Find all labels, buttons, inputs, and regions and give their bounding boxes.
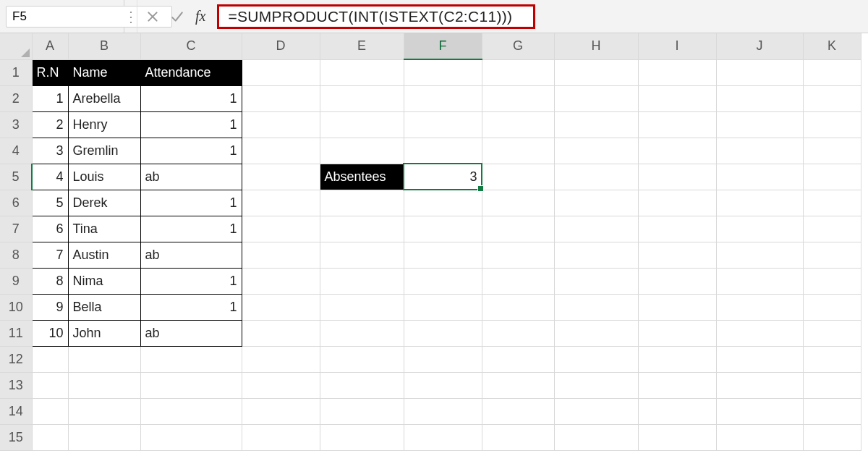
cell[interactable] (554, 372, 638, 398)
cell[interactable] (320, 59, 404, 85)
row-header[interactable]: 10 (0, 294, 32, 320)
cell[interactable] (554, 268, 638, 294)
cell[interactable] (554, 138, 638, 164)
cell[interactable]: John (68, 320, 140, 346)
cell[interactable]: 7 (32, 242, 68, 268)
cell[interactable] (803, 138, 861, 164)
cell[interactable] (482, 138, 554, 164)
active-cell[interactable]: 3 (404, 164, 482, 190)
cell[interactable] (803, 294, 861, 320)
cell[interactable] (638, 320, 716, 346)
row-header[interactable]: 4 (0, 138, 32, 164)
cell[interactable] (716, 164, 803, 190)
cell[interactable] (803, 59, 861, 85)
col-header[interactable]: F (404, 33, 482, 59)
cell[interactable] (554, 190, 638, 216)
cell[interactable] (404, 216, 482, 242)
cell[interactable] (320, 346, 404, 372)
cell[interactable] (32, 346, 68, 372)
formula-input[interactable]: =SUMPRODUCT(INT(ISTEXT(C2:C11))) (217, 4, 535, 29)
cell[interactable] (482, 372, 554, 398)
cell[interactable] (140, 372, 242, 398)
cell[interactable]: 1 (140, 268, 242, 294)
cell[interactable] (32, 398, 68, 424)
cell[interactable] (554, 346, 638, 372)
cell[interactable] (242, 59, 320, 85)
cell[interactable] (482, 294, 554, 320)
cell[interactable] (140, 398, 242, 424)
cell[interactable] (242, 85, 320, 111)
cell[interactable] (716, 216, 803, 242)
cell[interactable] (404, 59, 482, 85)
cell[interactable] (482, 242, 554, 268)
cell[interactable]: R.N (32, 59, 68, 85)
cell[interactable] (242, 242, 320, 268)
cell[interactable] (404, 268, 482, 294)
cell[interactable] (716, 111, 803, 138)
row-header[interactable]: 8 (0, 242, 32, 268)
cell[interactable] (404, 294, 482, 320)
cell[interactable] (320, 398, 404, 424)
cell[interactable]: 1 (140, 111, 242, 138)
cell[interactable] (803, 268, 861, 294)
cell[interactable]: 9 (32, 294, 68, 320)
cell[interactable] (716, 320, 803, 346)
enter-check-icon[interactable] (169, 9, 185, 25)
cell[interactable] (242, 372, 320, 398)
cell[interactable] (716, 85, 803, 111)
col-header[interactable]: E (320, 33, 404, 59)
fx-icon[interactable]: fx (195, 8, 205, 25)
cell[interactable] (404, 138, 482, 164)
cell[interactable] (554, 242, 638, 268)
col-header[interactable]: H (554, 33, 638, 59)
cell[interactable] (638, 268, 716, 294)
cell[interactable]: 4 (32, 164, 68, 190)
cell[interactable] (320, 138, 404, 164)
cell[interactable] (638, 372, 716, 398)
cell[interactable] (638, 85, 716, 111)
row-header[interactable]: 5 (0, 164, 32, 190)
cell[interactable] (716, 59, 803, 85)
cell[interactable]: 3 (32, 138, 68, 164)
cell[interactable] (554, 320, 638, 346)
cell[interactable] (803, 320, 861, 346)
row-header[interactable]: 2 (0, 85, 32, 111)
cell[interactable]: 2 (32, 111, 68, 138)
col-header[interactable]: J (716, 33, 803, 59)
cell[interactable] (404, 372, 482, 398)
cell[interactable] (554, 398, 638, 424)
cell[interactable] (554, 111, 638, 138)
cell[interactable] (32, 372, 68, 398)
col-header[interactable]: I (638, 33, 716, 59)
cell[interactable] (404, 242, 482, 268)
select-all-corner[interactable] (0, 33, 32, 59)
cell[interactable] (638, 164, 716, 190)
cell[interactable] (404, 190, 482, 216)
cell[interactable] (638, 111, 716, 138)
cell[interactable] (242, 138, 320, 164)
row-header[interactable]: 11 (0, 320, 32, 346)
cell[interactable] (716, 190, 803, 216)
cell[interactable] (803, 164, 861, 190)
cell[interactable] (242, 216, 320, 242)
cell[interactable] (638, 398, 716, 424)
cell[interactable] (404, 320, 482, 346)
cell[interactable] (482, 85, 554, 111)
cell[interactable]: 1 (32, 85, 68, 111)
cell[interactable] (803, 216, 861, 242)
row-header[interactable]: 3 (0, 111, 32, 138)
cell[interactable] (803, 398, 861, 424)
cell[interactable] (803, 424, 861, 450)
cell[interactable] (638, 294, 716, 320)
cell[interactable] (716, 138, 803, 164)
row-header[interactable]: 14 (0, 398, 32, 424)
col-header[interactable]: C (140, 33, 242, 59)
col-header[interactable]: B (68, 33, 140, 59)
cell[interactable] (554, 85, 638, 111)
cell[interactable] (638, 190, 716, 216)
cell[interactable]: 1 (140, 190, 242, 216)
cell[interactable] (140, 346, 242, 372)
cancel-icon[interactable] (145, 9, 161, 25)
cell[interactable]: Gremlin (68, 138, 140, 164)
cell[interactable] (803, 190, 861, 216)
